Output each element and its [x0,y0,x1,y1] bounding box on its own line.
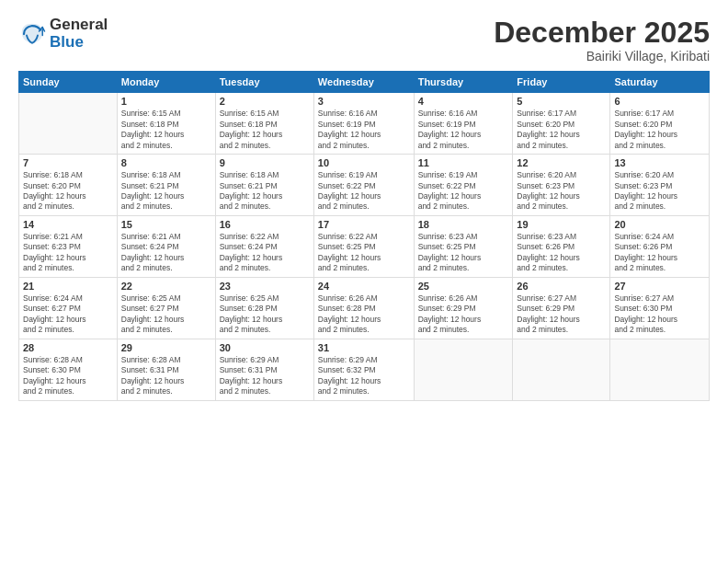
logo-text: General Blue [50,17,108,51]
table-row: 26Sunrise: 6:27 AMSunset: 6:29 PMDayligh… [513,277,610,339]
day-info: Sunrise: 6:21 AMSunset: 6:24 PMDaylight:… [121,232,211,274]
table-row: 8Sunrise: 6:18 AMSunset: 6:21 PMDaylight… [117,155,215,216]
day-number: 2 [220,96,310,107]
calendar-week-3: 14Sunrise: 6:21 AMSunset: 6:23 PMDayligh… [19,215,710,277]
table-row: 9Sunrise: 6:18 AMSunset: 6:21 PMDaylight… [215,155,313,216]
day-info: Sunrise: 6:15 AMSunset: 6:18 PMDaylight:… [220,109,310,151]
table-row: 21Sunrise: 6:24 AMSunset: 6:27 PMDayligh… [19,277,118,339]
day-info: Sunrise: 6:17 AMSunset: 6:20 PMDaylight:… [517,109,606,151]
day-number: 22 [121,281,211,292]
table-row: 29Sunrise: 6:28 AMSunset: 6:31 PMDayligh… [117,339,215,400]
table-row: 31Sunrise: 6:29 AMSunset: 6:32 PMDayligh… [313,339,414,400]
table-row: 18Sunrise: 6:23 AMSunset: 6:25 PMDayligh… [414,215,513,277]
table-row [19,93,118,155]
day-number: 10 [318,157,410,168]
table-row: 11Sunrise: 6:19 AMSunset: 6:22 PMDayligh… [414,155,513,216]
month-title: December 2025 [494,17,710,49]
day-number: 6 [614,96,705,107]
table-row: 20Sunrise: 6:24 AMSunset: 6:26 PMDayligh… [610,215,710,277]
day-number: 8 [121,157,211,168]
table-row: 16Sunrise: 6:22 AMSunset: 6:24 PMDayligh… [215,215,313,277]
calendar-week-4: 21Sunrise: 6:24 AMSunset: 6:27 PMDayligh… [19,277,710,339]
table-row: 7Sunrise: 6:18 AMSunset: 6:20 PMDaylight… [19,155,118,216]
table-row: 17Sunrise: 6:22 AMSunset: 6:25 PMDayligh… [313,215,414,277]
day-info: Sunrise: 6:28 AMSunset: 6:31 PMDaylight:… [121,355,211,397]
table-row: 15Sunrise: 6:21 AMSunset: 6:24 PMDayligh… [117,215,215,277]
day-number: 25 [418,281,509,292]
day-number: 26 [517,281,606,292]
table-row: 4Sunrise: 6:16 AMSunset: 6:19 PMDaylight… [414,93,513,155]
calendar-week-5: 28Sunrise: 6:28 AMSunset: 6:30 PMDayligh… [19,339,710,400]
day-number: 17 [318,219,410,230]
day-info: Sunrise: 6:24 AMSunset: 6:27 PMDaylight:… [23,293,113,336]
day-info: Sunrise: 6:20 AMSunset: 6:23 PMDaylight:… [614,170,705,213]
table-row: 1Sunrise: 6:15 AMSunset: 6:18 PMDaylight… [117,93,215,155]
day-number: 14 [23,219,113,230]
day-number: 28 [23,342,113,353]
table-row: 12Sunrise: 6:20 AMSunset: 6:23 PMDayligh… [513,155,610,216]
day-info: Sunrise: 6:27 AMSunset: 6:29 PMDaylight:… [517,293,606,336]
table-row [513,339,610,400]
day-number: 27 [614,281,705,292]
day-info: Sunrise: 6:24 AMSunset: 6:26 PMDaylight:… [614,232,705,274]
calendar-header-row: Sunday Monday Tuesday Wednesday Thursday… [19,72,710,93]
day-info: Sunrise: 6:29 AMSunset: 6:32 PMDaylight:… [318,355,410,397]
table-row: 3Sunrise: 6:16 AMSunset: 6:19 PMDaylight… [313,93,414,155]
day-info: Sunrise: 6:27 AMSunset: 6:30 PMDaylight:… [614,293,705,336]
col-wednesday: Wednesday [313,72,414,93]
day-info: Sunrise: 6:16 AMSunset: 6:19 PMDaylight:… [418,109,509,151]
day-number: 3 [318,96,410,107]
col-friday: Friday [513,72,610,93]
day-number: 24 [318,281,410,292]
day-number: 20 [614,219,705,230]
location-subtitle: Bairiki Village, Kiribati [494,49,710,63]
day-number: 19 [517,219,606,230]
calendar-week-2: 7Sunrise: 6:18 AMSunset: 6:20 PMDaylight… [19,155,710,216]
day-number: 21 [23,281,113,292]
day-number: 29 [121,342,211,353]
table-row: 19Sunrise: 6:23 AMSunset: 6:26 PMDayligh… [513,215,610,277]
day-info: Sunrise: 6:20 AMSunset: 6:23 PMDaylight:… [517,170,606,213]
day-number: 5 [517,96,606,107]
header: General Blue December 2025 Bairiki Villa… [18,17,710,63]
table-row: 22Sunrise: 6:25 AMSunset: 6:27 PMDayligh… [117,277,215,339]
logo-icon [18,20,46,48]
table-row [414,339,513,400]
table-row: 23Sunrise: 6:25 AMSunset: 6:28 PMDayligh… [215,277,313,339]
day-info: Sunrise: 6:25 AMSunset: 6:28 PMDaylight:… [220,293,310,336]
day-info: Sunrise: 6:17 AMSunset: 6:20 PMDaylight:… [614,109,705,151]
day-number: 23 [220,281,310,292]
day-number: 12 [517,157,606,168]
day-info: Sunrise: 6:18 AMSunset: 6:21 PMDaylight:… [220,170,310,213]
day-info: Sunrise: 6:23 AMSunset: 6:26 PMDaylight:… [517,232,606,274]
table-row: 10Sunrise: 6:19 AMSunset: 6:22 PMDayligh… [313,155,414,216]
day-number: 9 [220,157,310,168]
logo-general-text: General [50,17,108,34]
day-info: Sunrise: 6:19 AMSunset: 6:22 PMDaylight:… [318,170,410,213]
day-info: Sunrise: 6:15 AMSunset: 6:18 PMDaylight:… [121,109,211,151]
col-saturday: Saturday [610,72,710,93]
day-info: Sunrise: 6:22 AMSunset: 6:25 PMDaylight:… [318,232,410,274]
day-info: Sunrise: 6:16 AMSunset: 6:19 PMDaylight:… [318,109,410,151]
day-number: 11 [418,157,509,168]
day-number: 18 [418,219,509,230]
calendar-table: Sunday Monday Tuesday Wednesday Thursday… [18,71,710,400]
day-number: 30 [220,342,310,353]
table-row [610,339,710,400]
table-row: 30Sunrise: 6:29 AMSunset: 6:31 PMDayligh… [215,339,313,400]
day-info: Sunrise: 6:29 AMSunset: 6:31 PMDaylight:… [220,355,310,397]
day-info: Sunrise: 6:23 AMSunset: 6:25 PMDaylight:… [418,232,509,274]
day-info: Sunrise: 6:18 AMSunset: 6:21 PMDaylight:… [121,170,211,213]
day-number: 31 [318,342,410,353]
day-info: Sunrise: 6:22 AMSunset: 6:24 PMDaylight:… [220,232,310,274]
calendar-week-1: 1Sunrise: 6:15 AMSunset: 6:18 PMDaylight… [19,93,710,155]
table-row: 5Sunrise: 6:17 AMSunset: 6:20 PMDaylight… [513,93,610,155]
title-area: December 2025 Bairiki Village, Kiribati [494,17,710,63]
col-sunday: Sunday [19,72,118,93]
day-info: Sunrise: 6:21 AMSunset: 6:23 PMDaylight:… [23,232,113,274]
day-number: 15 [121,219,211,230]
day-number: 4 [418,96,509,107]
day-number: 16 [220,219,310,230]
page: General Blue December 2025 Bairiki Villa… [0,0,728,563]
table-row: 28Sunrise: 6:28 AMSunset: 6:30 PMDayligh… [19,339,118,400]
